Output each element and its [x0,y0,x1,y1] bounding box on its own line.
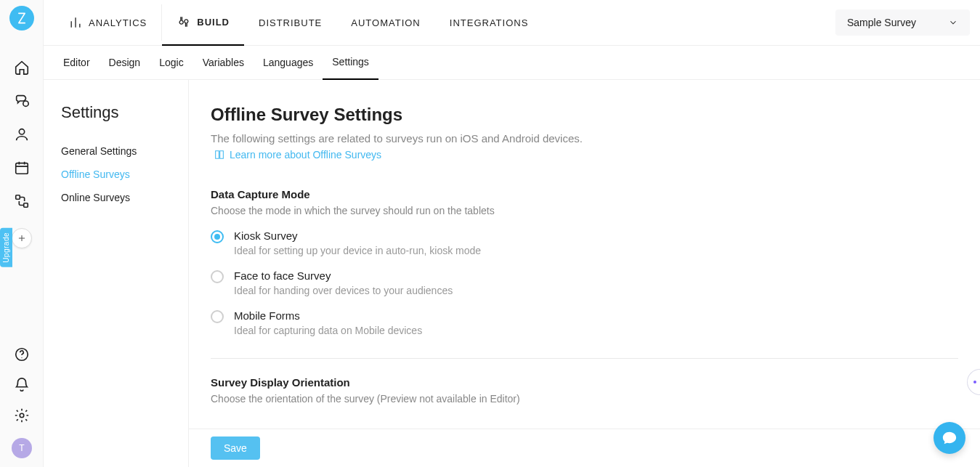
radio-mobile-forms[interactable]: Mobile Forms Ideal for capturing data on… [211,309,958,336]
avatar[interactable]: T [12,438,32,458]
subtab-editor[interactable]: Editor [54,46,100,80]
survey-dropdown-label: Sample Survey [847,17,916,28]
subtab-design[interactable]: Design [100,46,150,80]
radio-face-to-face[interactable]: Face to face Survey Ideal for handing ov… [211,269,958,296]
chevron-down-icon [948,17,958,28]
radio-sublabel: Ideal for setting up your device in auto… [234,245,481,256]
add-button[interactable] [12,228,32,248]
radio-input[interactable] [211,270,224,283]
svg-point-7 [20,413,24,418]
conversation-icon[interactable] [14,93,30,109]
help-icon[interactable] [14,346,30,362]
nav-build[interactable]: BUILD [162,0,244,46]
nav-integrations[interactable]: INTEGRATIONS [435,0,543,46]
orientation-section: Survey Display Orientation Choose the or… [211,376,958,405]
content-area: Settings General Settings Offline Survey… [44,80,980,467]
nav-analytics[interactable]: ANALYTICS [54,0,161,46]
save-button[interactable]: Save [211,436,260,460]
sidebar-item-offline[interactable]: Offline Surveys [61,163,188,186]
chat-widget[interactable] [934,422,965,454]
nav-label: INTEGRATIONS [450,17,529,28]
radio-label: Mobile Forms [234,309,422,322]
workflow-icon[interactable] [14,193,30,209]
chat-icon [941,430,957,446]
radio-input[interactable] [211,310,224,323]
svg-point-0 [23,101,28,106]
app-logo[interactable] [9,6,34,31]
section-description: Choose the orientation of the survey (Pr… [211,393,958,405]
save-bar: Save [189,429,980,467]
user-icon[interactable] [14,126,30,142]
subtab-languages[interactable]: Languages [254,46,323,80]
sidebar-item-general[interactable]: General Settings [61,139,188,163]
notifications-icon[interactable] [14,377,30,393]
nav-label: ANALYTICS [89,17,147,28]
radio-sublabel: Ideal for handing over devices to your a… [234,285,453,296]
section-title: Survey Display Orientation [211,376,958,389]
sidebar-item-online[interactable]: Online Surveys [61,186,188,209]
sidebar-title: Settings [61,103,188,122]
nav-label: AUTOMATION [351,17,420,28]
subtabs: Editor Design Logic Variables Languages … [44,46,980,80]
nav-distribute[interactable]: DISTRIBUTE [244,0,336,46]
dot-icon [973,381,976,383]
nav-label: BUILD [197,17,230,28]
svg-rect-2 [15,163,28,174]
learn-more-label: Learn more about Offline Surveys [230,149,381,161]
svg-point-6 [21,357,22,358]
subtab-settings[interactable]: Settings [323,46,378,80]
calendar-icon[interactable] [14,160,30,176]
nav-automation[interactable]: AUTOMATION [336,0,434,46]
home-icon[interactable] [14,60,30,76]
radio-kiosk[interactable]: Kiosk Survey Ideal for setting up your d… [211,230,958,256]
top-nav: ANALYTICS BUILD DISTRIBUTE AUTOMATION IN… [44,0,980,46]
radio-input[interactable] [211,230,224,243]
svg-rect-3 [15,195,20,200]
subtab-variables[interactable]: Variables [193,46,254,80]
subtab-logic[interactable]: Logic [150,46,193,80]
page-description: The following settings are related to su… [211,132,958,145]
svg-rect-4 [23,203,28,208]
section-title: Data Capture Mode [211,188,958,200]
section-description: Choose the mode in which the survey shou… [211,205,958,216]
radio-sublabel: Ideal for capturing data on Mobile devic… [234,325,422,336]
svg-point-1 [19,129,24,134]
upgrade-tab[interactable]: Upgrade [0,228,12,267]
survey-dropdown[interactable]: Sample Survey [835,9,970,36]
radio-label: Kiosk Survey [234,230,481,242]
nav-label: DISTRIBUTE [259,17,322,28]
settings-icon[interactable] [14,407,30,423]
divider [211,358,958,359]
book-icon [214,149,225,161]
main-panel: Offline Survey Settings The following se… [189,80,980,467]
radio-label: Face to face Survey [234,269,453,282]
data-capture-section: Data Capture Mode Choose the mode in whi… [211,188,958,336]
settings-sidebar: Settings General Settings Offline Survey… [44,80,189,467]
page-title: Offline Survey Settings [211,105,958,125]
learn-more-link[interactable]: Learn more about Offline Surveys [214,149,381,161]
